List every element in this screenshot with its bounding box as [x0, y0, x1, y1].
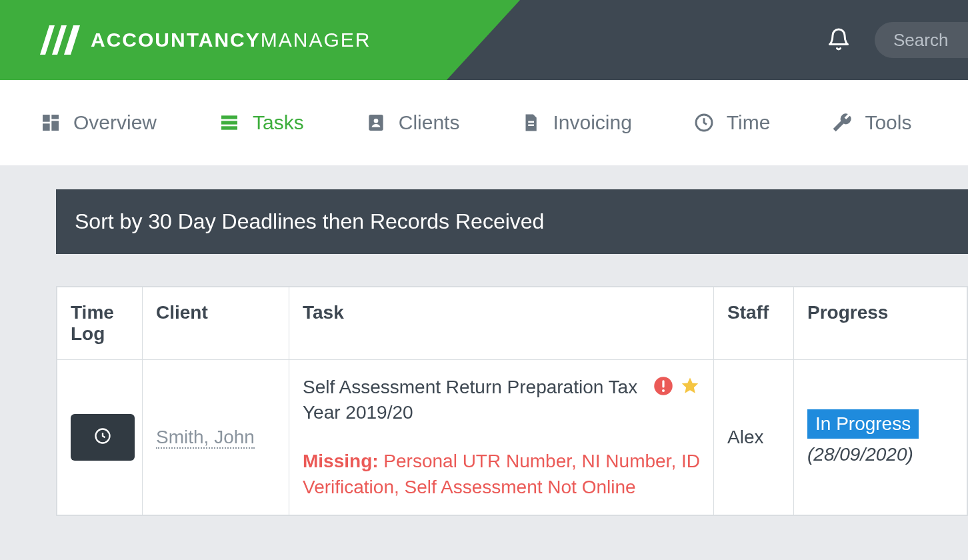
svg-point-11: [373, 119, 378, 123]
nav-label: Time: [727, 111, 771, 134]
svg-rect-12: [529, 121, 535, 123]
section-title-bar: Sort by 30 Day Deadlines then Records Re…: [56, 189, 968, 254]
svg-rect-6: [43, 123, 50, 131]
cell-progress: In Progress (28/09/2020): [794, 360, 967, 515]
cell-timelog: [57, 360, 143, 515]
brand-logo[interactable]: ACCOUNTANCYMANAGER: [40, 25, 371, 55]
svg-rect-8: [221, 121, 237, 124]
svg-rect-3: [43, 115, 50, 122]
th-task[interactable]: Task: [289, 287, 714, 360]
topbar: ACCOUNTANCYMANAGER: [0, 0, 968, 80]
topbar-right: [821, 0, 968, 80]
nav-label: Overview: [73, 111, 157, 134]
client-link[interactable]: Smith, John: [156, 427, 255, 449]
svg-rect-9: [221, 126, 237, 129]
bell-icon: [827, 26, 851, 55]
cell-staff: Alex: [714, 360, 794, 515]
missing-label: Missing:: [303, 451, 379, 471]
nav-label: Tasks: [253, 111, 304, 134]
dashboard-icon: [40, 112, 61, 133]
svg-marker-2: [64, 25, 80, 55]
svg-marker-0: [40, 25, 55, 55]
svg-rect-17: [662, 380, 664, 387]
th-client[interactable]: Client: [143, 287, 289, 360]
topbar-green-panel: ACCOUNTANCYMANAGER: [0, 0, 520, 80]
wrench-icon: [831, 112, 853, 133]
brand-text: ACCOUNTANCYMANAGER: [91, 29, 371, 51]
section-title: Sort by 30 Day Deadlines then Records Re…: [75, 209, 544, 233]
cell-task: Self Assessment Return Preparation Tax Y…: [289, 360, 714, 515]
notifications-button[interactable]: [821, 21, 856, 60]
svg-rect-4: [51, 115, 59, 119]
svg-point-18: [662, 389, 665, 392]
timelog-button[interactable]: [71, 414, 135, 461]
clock-icon: [93, 427, 112, 447]
nav-clients[interactable]: Clients: [365, 111, 460, 134]
nav-label: Clients: [399, 111, 460, 134]
svg-marker-1: [52, 25, 67, 55]
tasks-table: Time Log Client Task Staff Progress: [57, 287, 967, 515]
logo-mark-icon: [40, 25, 80, 55]
cell-client: Smith, John: [143, 360, 289, 515]
clock-icon: [693, 112, 715, 133]
th-staff[interactable]: Staff: [714, 287, 794, 360]
svg-rect-13: [529, 125, 535, 127]
nav-invoicing[interactable]: Invoicing: [521, 111, 631, 134]
tasks-table-wrap: Time Log Client Task Staff Progress: [56, 286, 968, 516]
star-icon[interactable]: [680, 376, 700, 401]
nav-tasks[interactable]: Tasks: [218, 111, 304, 134]
list-icon: [218, 112, 241, 133]
document-icon: [521, 111, 541, 134]
alert-icon[interactable]: [653, 376, 673, 401]
nav-label: Invoicing: [553, 111, 631, 134]
progress-date: (28/09/2020): [807, 444, 953, 465]
th-time-log[interactable]: Time Log: [57, 287, 143, 360]
nav-overview[interactable]: Overview: [40, 111, 157, 134]
task-title: Self Assessment Return Preparation Tax Y…: [303, 375, 644, 425]
svg-rect-5: [51, 121, 59, 131]
search-box[interactable]: [875, 22, 968, 58]
svg-rect-7: [221, 115, 237, 119]
table-header-row: Time Log Client Task Staff Progress: [57, 287, 967, 360]
nav-label: Tools: [865, 111, 911, 134]
progress-badge[interactable]: In Progress: [807, 409, 919, 439]
table-row: Smith, John Self Assessment Return Prepa…: [57, 360, 967, 515]
th-progress[interactable]: Progress: [794, 287, 967, 360]
contacts-icon: [365, 112, 387, 133]
nav-tools[interactable]: Tools: [831, 111, 911, 134]
nav-time[interactable]: Time: [693, 111, 771, 134]
content-area: Sort by 30 Day Deadlines then Records Re…: [0, 165, 968, 516]
search-input[interactable]: [893, 30, 957, 51]
main-nav: Overview Tasks Clients Invoicing Time To…: [0, 80, 968, 165]
task-missing: Missing: Personal UTR Number, NI Number,…: [303, 448, 700, 500]
